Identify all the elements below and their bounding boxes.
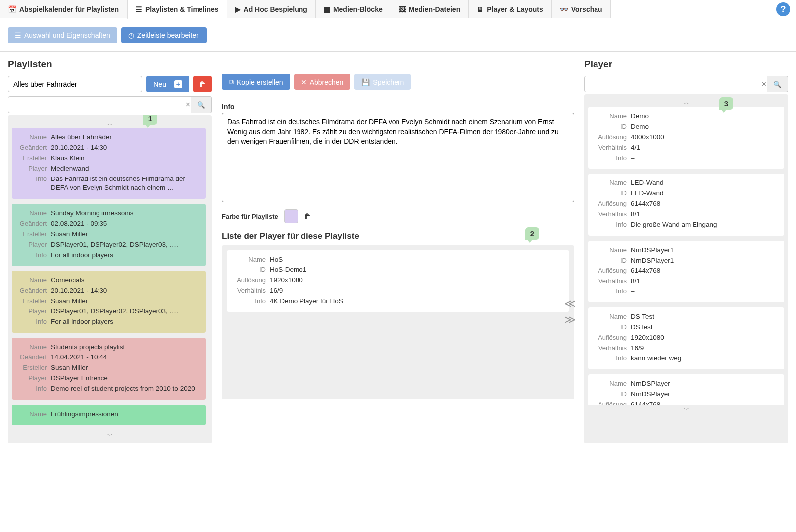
- card-label: Ersteller: [18, 154, 51, 163]
- card-value: NrnDSPlayer1: [631, 246, 778, 255]
- card-value: Susan Miller: [51, 297, 200, 306]
- player-card[interactable]: NameNrnDSPlayer1IDNrnDSPlayer1Auflösung6…: [588, 241, 784, 302]
- playlist-card[interactable]: NameStudents projects playlistGeändert14…: [12, 338, 206, 399]
- card-label: Auflösung: [233, 276, 270, 285]
- card-value: 1920x1080: [631, 333, 778, 343]
- card-label: Verhältnis: [594, 210, 631, 219]
- tab-player-layouts[interactable]: 🖥Player & Layouts: [469, 0, 552, 18]
- info-textarea[interactable]: Das Fahrrad ist ein deutsches Filmdrama …: [222, 113, 574, 202]
- card-value: 4/1: [631, 143, 778, 153]
- card-value: 02.08.2021 - 09:35: [51, 219, 200, 229]
- card-label: ID: [594, 323, 631, 332]
- card-value: Susan Miller: [51, 363, 200, 373]
- playlist-card[interactable]: NameAlles über FahrräderGeändert20.10.20…: [12, 128, 206, 199]
- tab-adhoc[interactable]: ▶Ad Hoc Bespielung: [227, 0, 316, 18]
- tab-media-files[interactable]: 🖼Medien-Dateien: [391, 0, 469, 18]
- tab-calendar[interactable]: 📅Abspielkalender für Playlisten: [0, 0, 127, 18]
- card-label: Geändert: [18, 286, 51, 296]
- search-icon: 🔍: [197, 101, 205, 109]
- search-icon: 🔍: [773, 81, 782, 88]
- card-label: Name: [18, 343, 51, 352]
- card-value: Comercials: [51, 276, 200, 285]
- grid-icon: ▦: [324, 5, 330, 13]
- button-label: Speichern: [373, 78, 404, 86]
- list-icon: ☰: [136, 5, 142, 13]
- card-label: Player: [18, 240, 51, 250]
- new-button[interactable]: Neu +: [146, 76, 189, 92]
- playlist-name-input[interactable]: [8, 76, 142, 92]
- card-value: NrnDSPlayer: [631, 390, 778, 399]
- color-label: Farbe für Playliste: [222, 213, 278, 220]
- card-value: Alles über Fahrräder: [51, 133, 200, 142]
- playlist-card[interactable]: NameFrühlingsimpressionen: [12, 405, 206, 425]
- card-value: 6144x768: [631, 266, 778, 276]
- card-label: Verhältnis: [594, 344, 631, 353]
- card-label: Player: [18, 164, 51, 174]
- card-value: Demo reel of student projects from 2010 …: [51, 384, 200, 394]
- card-value: DSPlayer01, DSPlayer02, DSPlayer03, ….: [51, 307, 200, 316]
- card-label: ID: [594, 122, 631, 132]
- player-card[interactable]: NameNrnDSPlayerIDNrnDSPlayerAuflösung614…: [588, 374, 784, 405]
- player-card[interactable]: NameDS TestIDDSTestAuflösung1920x1080Ver…: [588, 307, 784, 369]
- move-right-icon[interactable]: ≫: [564, 313, 576, 326]
- button-label: Zeitleiste bearbeiten: [137, 31, 200, 39]
- assigned-player-list: NameHoSIDHoS-Demo1Auflösung1920x1080Verh…: [222, 245, 574, 399]
- save-button[interactable]: 💾Speichern: [354, 74, 411, 90]
- card-value: NrnDSPlayer1: [631, 256, 778, 266]
- tab-playlists-timelines[interactable]: ☰Playlisten & Timelines: [127, 0, 227, 19]
- player-scroll-down-icon[interactable]: ﹀: [588, 405, 784, 414]
- card-value: For all indoor players: [51, 251, 200, 260]
- card-label: Player: [18, 374, 51, 383]
- card-value: Die große Wand am Eingang: [631, 220, 778, 230]
- color-swatch[interactable]: [284, 209, 298, 223]
- sub-toolbar: ☰Auswahl und Eigenschaften ◷Zeitleiste b…: [0, 19, 796, 52]
- card-value: For all indoor players: [51, 317, 200, 327]
- card-label: Info: [18, 251, 51, 260]
- card-value: Demo: [631, 122, 778, 132]
- tab-preview[interactable]: 👓Vorschau: [552, 0, 611, 18]
- scroll-down-icon[interactable]: ﹀: [12, 431, 208, 440]
- playlist-card[interactable]: NameSunday Morning imressoinsGeändert02.…: [12, 204, 206, 266]
- move-arrows: ≪ ≫: [564, 297, 576, 326]
- edit-timeline-button[interactable]: ◷Zeitleiste bearbeiten: [121, 27, 207, 43]
- delete-button[interactable]: 🗑: [193, 76, 212, 92]
- player-search-input[interactable]: [584, 76, 767, 92]
- trash-color-icon[interactable]: 🗑: [304, 212, 311, 220]
- playlist-search-input[interactable]: [8, 96, 191, 113]
- tab-media-blocks[interactable]: ▦Medien-Blöcke: [316, 0, 391, 18]
- card-label: Info: [594, 220, 631, 230]
- search-button[interactable]: 🔍: [191, 96, 212, 113]
- card-label: Geändert: [18, 353, 51, 362]
- card-value: HoS-Demo1: [270, 266, 563, 275]
- card-value: DS Test: [631, 312, 778, 322]
- player-search-button[interactable]: 🔍: [767, 76, 788, 92]
- playlist-list: NameAlles über FahrräderGeändert20.10.20…: [12, 128, 208, 431]
- clear-search-icon[interactable]: ×: [186, 100, 190, 109]
- player-card[interactable]: NameLED-WandIDLED-WandAuflösung6144x768V…: [588, 174, 784, 235]
- selection-properties-button[interactable]: ☰Auswahl und Eigenschaften: [8, 27, 117, 43]
- info-label: Info: [222, 103, 574, 111]
- clear-player-search-icon[interactable]: ×: [762, 80, 766, 89]
- cancel-button[interactable]: ✕Abbrechen: [294, 74, 351, 90]
- card-label: Verhältnis: [233, 286, 270, 296]
- card-label: Name: [594, 178, 631, 188]
- copy-button[interactable]: ⧉Kopie erstellen: [222, 74, 290, 90]
- card-value: DSPlayer01, DSPlayer02, DSPlayer03, ….: [51, 240, 200, 250]
- files-icon: 🖼: [399, 5, 406, 13]
- card-label: Name: [18, 276, 51, 285]
- player-card[interactable]: NameDemoIDDemoAuflösung4000x1000Verhältn…: [588, 107, 784, 169]
- player-scroll-up-icon[interactable]: ︿: [588, 98, 784, 107]
- card-value: 1920x1080: [270, 276, 563, 285]
- card-label: Name: [233, 255, 270, 265]
- playlist-card[interactable]: NameComercialsGeändert20.10.2021 - 14:30…: [12, 271, 206, 333]
- button-label: Neu: [153, 80, 166, 88]
- move-left-icon[interactable]: ≪: [564, 297, 576, 310]
- card-label: Auflösung: [594, 133, 631, 142]
- card-label: Name: [594, 379, 631, 389]
- vr-icon: 👓: [560, 5, 568, 13]
- help-icon[interactable]: ?: [776, 2, 790, 16]
- playlists-heading: Playlisten: [8, 59, 212, 70]
- scroll-up-icon[interactable]: ︿: [12, 119, 208, 128]
- card-label: Info: [233, 297, 270, 306]
- assigned-player-card[interactable]: NameHoSIDHoS-Demo1Auflösung1920x1080Verh…: [227, 250, 569, 312]
